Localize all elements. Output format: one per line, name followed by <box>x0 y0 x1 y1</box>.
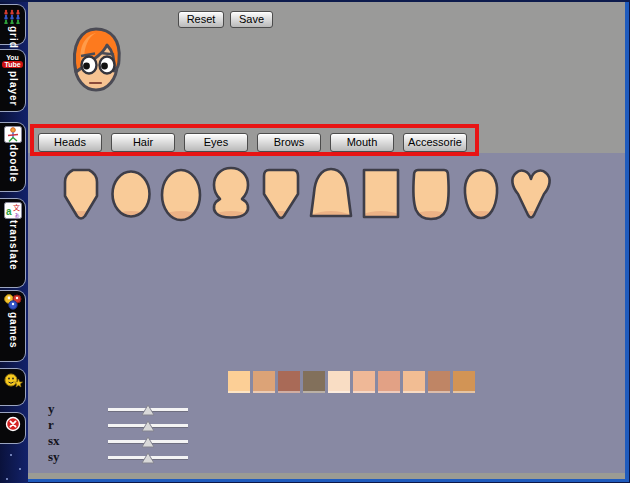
skin-swatch-3[interactable] <box>278 371 300 393</box>
slider-label-y: y <box>48 401 55 417</box>
head-shape-circle[interactable] <box>108 166 154 227</box>
category-button-accessorie[interactable]: Accessorie <box>403 133 467 152</box>
sidebar-tab-games[interactable]: games <box>0 290 26 362</box>
slider-row-sy: sy <box>28 449 248 465</box>
star-speck <box>19 468 21 470</box>
slider-label-sx: sx <box>48 433 60 449</box>
skin-swatch-row <box>228 371 475 393</box>
head-shape-hexagon[interactable] <box>58 166 104 227</box>
skin-swatch-6[interactable] <box>353 371 375 393</box>
smiley-star-icon <box>2 371 24 389</box>
skin-swatch-7[interactable] <box>378 371 400 393</box>
category-button-heads[interactable]: Heads <box>38 133 102 152</box>
slider-row-y: y <box>28 401 248 417</box>
save-button[interactable]: Save <box>230 11 273 28</box>
skin-swatch-2[interactable] <box>253 371 275 393</box>
youtube-icon: YouTube <box>2 52 24 70</box>
skin-swatch-4[interactable] <box>303 371 325 393</box>
sidebar-tab-player[interactable]: YouTubeplayer <box>0 49 26 112</box>
slider-label-r: r <box>48 417 54 433</box>
sidebar-tab-emotes[interactable] <box>0 368 26 406</box>
category-button-mouth[interactable]: Mouth <box>330 133 394 152</box>
star-speck <box>10 454 12 456</box>
slider-row-sx: sx <box>28 433 248 449</box>
doodle-figure-icon <box>2 125 24 143</box>
head-shape-snowman[interactable] <box>208 166 254 227</box>
sidebar-tab-doodle[interactable]: doodle <box>0 122 26 192</box>
head-shape-heart[interactable] <box>508 166 554 227</box>
reset-button[interactable]: Reset <box>178 11 224 28</box>
skin-swatch-8[interactable] <box>403 371 425 393</box>
head-shape-rounded-square[interactable] <box>408 166 454 227</box>
category-button-hair[interactable]: Hair <box>111 133 175 152</box>
slider-track-sy[interactable] <box>108 456 188 460</box>
slider-track-sx[interactable] <box>108 440 188 444</box>
star-speck <box>6 478 8 480</box>
sidebar-tab-label: translate <box>8 220 18 271</box>
avatar-right-pupil <box>101 63 108 70</box>
svg-text:ぁ: ぁ <box>14 212 20 218</box>
skin-swatch-9[interactable] <box>428 371 450 393</box>
avatar-preview <box>64 22 126 96</box>
slider-thumb-sy[interactable] <box>141 450 155 468</box>
avatar-right-brow <box>101 53 114 55</box>
category-button-eyes[interactable]: Eyes <box>184 133 248 152</box>
people-grid-icon <box>2 7 24 25</box>
skin-swatch-5[interactable] <box>328 371 350 393</box>
skin-swatch-10[interactable] <box>453 371 475 393</box>
sidebar-tab-label: grid <box>8 26 18 49</box>
slider-track-y[interactable] <box>108 408 188 412</box>
avatar-creator-window: gridYouTubeplayerdoodlea文ぁtranslategames… <box>0 0 630 483</box>
head-shape-square[interactable] <box>358 166 404 227</box>
sidebar-tab-close[interactable] <box>0 412 26 444</box>
translate-icon: a文ぁ <box>2 201 24 219</box>
sidebar-tab-label: doodle <box>8 144 18 183</box>
sidebar-tab-label: games <box>8 312 18 349</box>
svg-text:文: 文 <box>13 203 20 212</box>
category-button-brows[interactable]: Brows <box>257 133 321 152</box>
slider-row-r: r <box>28 417 248 433</box>
avatar-left-pupil <box>83 63 90 70</box>
close-icon <box>2 415 24 433</box>
head-shape-dome[interactable] <box>308 166 354 227</box>
billiard-balls-icon <box>2 293 24 311</box>
head-shape-teardrop[interactable] <box>458 166 504 227</box>
sidebar-tab-label: player <box>8 71 18 106</box>
slider-track-r[interactable] <box>108 424 188 428</box>
head-shape-shield[interactable] <box>258 166 304 227</box>
sidebar: gridYouTubeplayerdoodlea文ぁtranslategames <box>0 2 28 483</box>
svg-text:a: a <box>6 206 12 217</box>
skin-swatch-1[interactable] <box>228 371 250 393</box>
window-right-border <box>625 2 629 481</box>
sidebar-tab-translate[interactable]: a文ぁtranslate <box>0 198 26 288</box>
slider-label-sy: sy <box>48 449 60 465</box>
head-shape-egg[interactable] <box>158 166 204 227</box>
sidebar-tab-grid[interactable]: grid <box>0 4 26 45</box>
window-bottom-border <box>28 479 629 482</box>
